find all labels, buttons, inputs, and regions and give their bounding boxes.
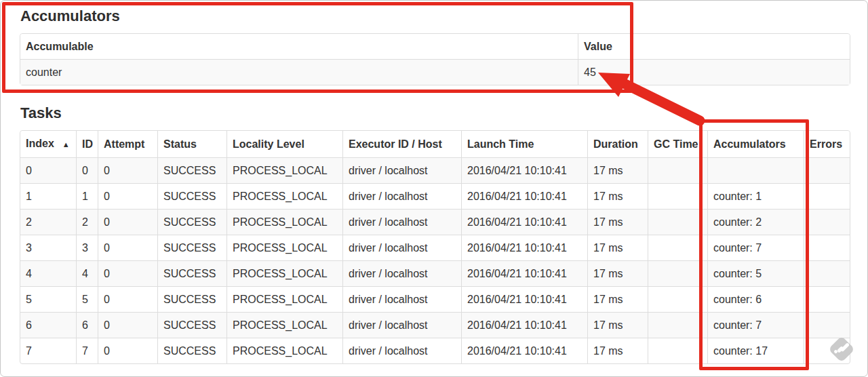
table-cell: 17 ms xyxy=(587,286,648,312)
table-cell: PROCESS_LOCAL xyxy=(226,235,342,260)
table-cell: 6 xyxy=(20,312,76,338)
table-cell: 2016/04/21 10:10:41 xyxy=(461,209,587,235)
table-cell: 0 xyxy=(98,260,157,286)
column-header-errors[interactable]: Errors xyxy=(804,131,850,157)
tasks-section-title: Tasks xyxy=(20,105,848,121)
table-cell: 7 xyxy=(76,338,98,363)
table-cell: 4 xyxy=(20,260,76,286)
table-cell: driver / localhost xyxy=(342,209,461,235)
table-cell: driver / localhost xyxy=(342,286,461,312)
spark-stage-page: Accumulators Accumulable Value counter45… xyxy=(0,0,868,377)
table-cell: PROCESS_LOCAL xyxy=(226,338,342,363)
column-header-accumulators[interactable]: Accumulators xyxy=(707,131,804,157)
table-cell xyxy=(804,157,850,183)
table-cell xyxy=(804,209,850,235)
table-cell xyxy=(648,338,707,363)
table-cell: driver / localhost xyxy=(342,312,461,338)
table-cell xyxy=(804,235,850,260)
table-cell: 0 xyxy=(98,183,157,209)
table-cell: driver / localhost xyxy=(342,260,461,286)
table-cell: 2016/04/21 10:10:41 xyxy=(461,312,587,338)
column-header-id[interactable]: ID xyxy=(76,131,98,157)
table-row: 440SUCCESSPROCESS_LOCALdriver / localhos… xyxy=(20,260,850,286)
table-cell: 2 xyxy=(20,209,76,235)
table-cell: 0 xyxy=(98,157,157,183)
column-header-index-label: Index xyxy=(26,138,54,149)
table-row: counter45 xyxy=(20,59,850,85)
table-cell: counter: 7 xyxy=(707,312,804,338)
table-cell: 2016/04/21 10:10:41 xyxy=(461,235,587,260)
table-cell: SUCCESS xyxy=(157,260,226,286)
table-cell: PROCESS_LOCAL xyxy=(226,260,342,286)
column-header-locality-level[interactable]: Locality Level xyxy=(226,131,342,157)
table-cell xyxy=(648,312,707,338)
table-cell: SUCCESS xyxy=(157,183,226,209)
table-cell: SUCCESS xyxy=(157,209,226,235)
table-cell: 17 ms xyxy=(587,260,648,286)
column-header-gc-time[interactable]: GC Time xyxy=(648,131,707,157)
table-cell: 2016/04/21 10:10:41 xyxy=(461,286,587,312)
table-cell: 0 xyxy=(76,157,98,183)
table-cell: 0 xyxy=(98,286,157,312)
table-cell xyxy=(648,286,707,312)
column-header-executor-id-host[interactable]: Executor ID / Host xyxy=(342,131,461,157)
table-cell xyxy=(648,260,707,286)
table-cell xyxy=(804,312,850,338)
table-row: 660SUCCESSPROCESS_LOCALdriver / localhos… xyxy=(20,312,850,338)
column-header-duration[interactable]: Duration xyxy=(587,131,648,157)
table-cell: 2 xyxy=(76,209,98,235)
table-cell xyxy=(804,183,850,209)
column-header-accumulable[interactable]: Accumulable xyxy=(20,34,578,59)
table-cell: 17 ms xyxy=(587,235,648,260)
table-cell: 17 ms xyxy=(587,338,648,363)
table-row: 000SUCCESSPROCESS_LOCALdriver / localhos… xyxy=(20,157,850,183)
table-cell: counter: 1 xyxy=(707,183,804,209)
table-cell: counter xyxy=(20,59,578,85)
table-cell: 2016/04/21 10:10:41 xyxy=(461,183,587,209)
column-header-index[interactable]: Index▲ xyxy=(20,131,76,157)
table-cell: 45 xyxy=(578,59,850,85)
table-cell: driver / localhost xyxy=(342,183,461,209)
table-cell: 5 xyxy=(20,286,76,312)
column-header-launch-time[interactable]: Launch Time xyxy=(461,131,587,157)
table-cell: 17 ms xyxy=(587,183,648,209)
table-cell: 3 xyxy=(20,235,76,260)
table-cell: driver / localhost xyxy=(342,235,461,260)
tasks-table: Index▲ ID Attempt Status Locality Level … xyxy=(20,130,850,364)
table-cell: driver / localhost xyxy=(342,157,461,183)
table-cell: driver / localhost xyxy=(342,338,461,363)
table-cell: 0 xyxy=(20,157,76,183)
table-cell xyxy=(804,286,850,312)
column-header-value[interactable]: Value xyxy=(578,34,850,59)
table-cell: counter: 7 xyxy=(707,235,804,260)
page-content: Accumulators Accumulable Value counter45… xyxy=(1,1,867,364)
table-cell: 7 xyxy=(20,338,76,363)
table-cell: counter: 6 xyxy=(707,286,804,312)
table-cell: 3 xyxy=(76,235,98,260)
accumulators-table: Accumulable Value counter45 xyxy=(20,33,850,85)
table-cell: counter: 17 xyxy=(707,338,804,363)
table-cell: 1 xyxy=(20,183,76,209)
table-cell: counter: 5 xyxy=(707,260,804,286)
table-cell xyxy=(648,209,707,235)
table-cell: PROCESS_LOCAL xyxy=(226,209,342,235)
table-cell: 17 ms xyxy=(587,209,648,235)
table-cell: 2016/04/21 10:10:41 xyxy=(461,260,587,286)
sort-ascending-icon: ▲ xyxy=(62,140,70,148)
table-cell: PROCESS_LOCAL xyxy=(226,312,342,338)
table-row: 770SUCCESSPROCESS_LOCALdriver / localhos… xyxy=(20,338,850,363)
table-cell xyxy=(648,157,707,183)
table-cell: 6 xyxy=(76,312,98,338)
table-cell: 2016/04/21 10:10:41 xyxy=(461,338,587,363)
table-cell: SUCCESS xyxy=(157,235,226,260)
table-cell: 2016/04/21 10:10:41 xyxy=(461,157,587,183)
table-cell xyxy=(648,183,707,209)
table-cell: 0 xyxy=(98,209,157,235)
column-header-attempt[interactable]: Attempt xyxy=(98,131,157,157)
table-cell: PROCESS_LOCAL xyxy=(226,183,342,209)
table-row: 330SUCCESSPROCESS_LOCALdriver / localhos… xyxy=(20,235,850,260)
table-cell xyxy=(648,235,707,260)
table-cell: PROCESS_LOCAL xyxy=(226,286,342,312)
column-header-status[interactable]: Status xyxy=(157,131,226,157)
table-cell: SUCCESS xyxy=(157,157,226,183)
